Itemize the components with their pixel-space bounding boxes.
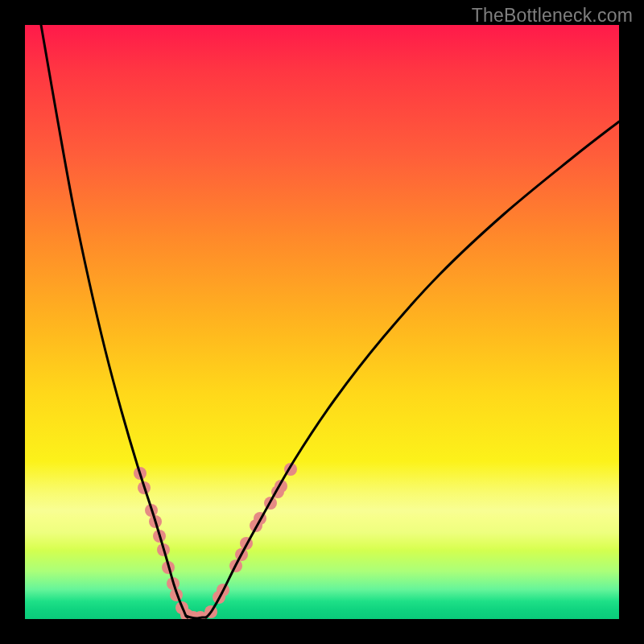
chart-svg	[25, 25, 619, 619]
data-dots	[134, 463, 297, 619]
series-left-curve	[41, 25, 188, 617]
curves-layer	[41, 25, 619, 618]
chart-frame	[25, 25, 619, 619]
series-right-curve	[206, 122, 619, 617]
watermark-text: TheBottleneck.com	[472, 5, 633, 27]
